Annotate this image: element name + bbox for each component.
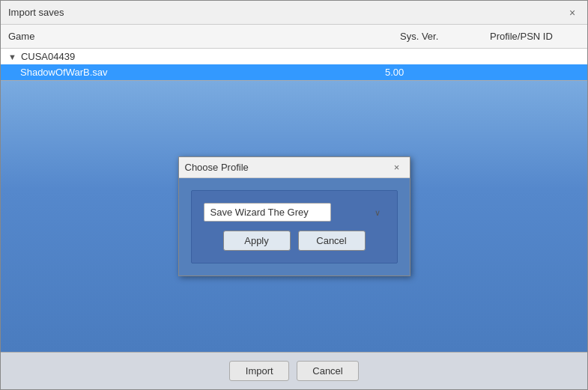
dialog-title-bar: Choose Profile × [179, 157, 410, 178]
dialog-inner: Save Wizard The Grey ∨ Apply Cancel [191, 190, 398, 263]
window-close-button[interactable]: × [565, 5, 580, 20]
dialog-title: Choose Profile [185, 162, 249, 173]
import-button[interactable]: Import [229, 361, 289, 381]
apply-button[interactable]: Apply [223, 231, 291, 251]
bottom-bar: Import Cancel [1, 352, 587, 389]
table-header: Game Sys. Ver. Profile/PSN ID [1, 25, 587, 49]
col-header-game: Game [1, 28, 392, 45]
col-header-profile: Profile/PSN ID [482, 28, 587, 45]
dialog-body: Save Wizard The Grey ∨ Apply Cancel [179, 178, 410, 275]
dialog-cancel-button[interactable]: Cancel [298, 231, 366, 251]
table-group-row[interactable]: ▼ CUSA04439 [1, 49, 587, 64]
window-title: Import saves [8, 7, 64, 18]
dialog-close-button[interactable]: × [390, 161, 404, 174]
profile-dropdown[interactable]: Save Wizard The Grey [204, 203, 331, 222]
sys-ver-value: 5.00 [385, 67, 475, 78]
content-area: Choose Profile × Save Wizard The Grey ∨ … [1, 81, 587, 352]
main-window: Import saves × Game Sys. Ver. Profile/PS… [0, 0, 588, 390]
table-selected-row[interactable]: ShadowOfWarB.sav 5.00 [1, 64, 587, 80]
table-area: Game Sys. Ver. Profile/PSN ID ▼ CUSA0443… [1, 25, 587, 81]
file-name: ShadowOfWarB.sav [8, 67, 385, 78]
choose-profile-dialog: Choose Profile × Save Wizard The Grey ∨ … [178, 156, 410, 276]
chevron-down-icon: ∨ [375, 207, 381, 217]
group-label: CUSA04439 [21, 51, 75, 62]
cancel-button[interactable]: Cancel [297, 361, 358, 381]
title-bar: Import saves × [1, 1, 587, 25]
triangle-icon: ▼ [8, 52, 16, 61]
modal-overlay: Choose Profile × Save Wizard The Grey ∨ … [1, 81, 587, 352]
col-header-sysver: Sys. Ver. [392, 28, 482, 45]
dialog-buttons: Apply Cancel [223, 231, 366, 251]
profile-dropdown-wrapper: Save Wizard The Grey ∨ [204, 203, 385, 222]
